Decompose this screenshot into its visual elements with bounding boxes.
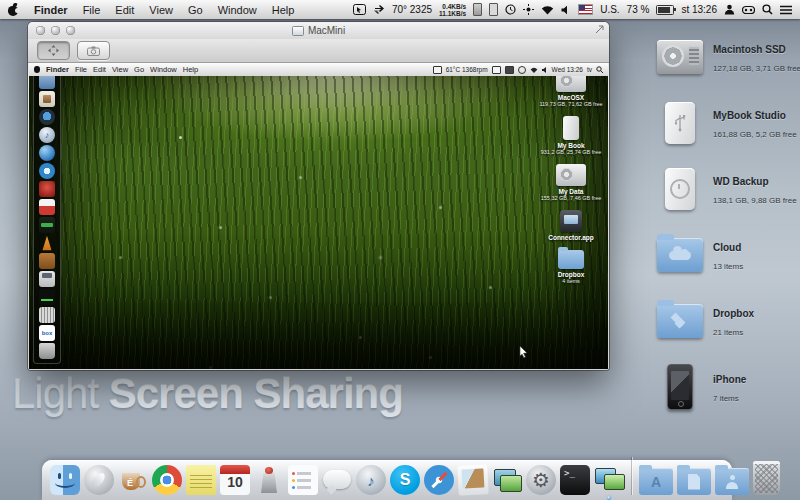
menu-go[interactable]: Go (188, 4, 203, 16)
screenshot-button[interactable] (77, 41, 110, 60)
backup-drum-icon[interactable] (742, 5, 755, 15)
dock-messages-icon[interactable] (322, 465, 352, 495)
device-battery-icon-2[interactable] (489, 3, 498, 16)
remote-clock-icon[interactable] (518, 66, 526, 74)
remote-desktop-view[interactable]: Finder File Edit View Go Window Help 61°… (29, 63, 608, 369)
remote-menu-edit[interactable]: Edit (93, 65, 106, 74)
dock-reminders-icon[interactable] (288, 465, 318, 495)
temp-fan-status[interactable]: 70° 2325 (392, 4, 432, 15)
dock-safari-icon[interactable] (424, 465, 454, 495)
remote-icon-my-book[interactable]: My Book 931,2 GB, 25,74 GB free (541, 116, 602, 155)
remote-dock-phone-icon[interactable] (39, 199, 55, 215)
remote-menu-window[interactable]: Window (150, 65, 177, 74)
menu-help[interactable]: Help (272, 4, 295, 16)
desktop-icon-cloud[interactable]: Cloud 13 items (650, 222, 798, 288)
dock-itunes-icon[interactable]: ♪ (356, 465, 386, 495)
minimize-button[interactable] (51, 26, 60, 35)
dock-chrome-icon[interactable] (152, 465, 182, 495)
dock-applications-folder-icon[interactable]: A (639, 468, 673, 495)
spotlight-icon[interactable] (762, 4, 773, 15)
teleport-icon[interactable] (523, 4, 534, 15)
dock-documents-folder-icon[interactable] (677, 468, 711, 495)
remote-apple-menu-icon[interactable] (34, 66, 40, 73)
remote-dock-activity-monitor-icon[interactable] (39, 289, 55, 305)
remote-dock-vlc-icon[interactable] (39, 235, 55, 251)
dock-terminal-icon[interactable]: >_ (560, 465, 590, 495)
remote-icon-connector-app[interactable]: Connector.app (548, 210, 594, 241)
menu-view[interactable]: View (149, 4, 173, 16)
zoom-button[interactable] (66, 26, 75, 35)
menu-file[interactable]: File (83, 4, 101, 16)
window-titlebar[interactable]: MacMini (28, 22, 609, 39)
desktop-icon-mybook-studio[interactable]: MyBook Studio 161,88 GB, 5,2 GB free (650, 90, 798, 156)
screen-sharing-indicator-icon[interactable] (353, 4, 366, 15)
menu-clock[interactable]: st 13:26 (681, 4, 717, 15)
remote-icon-dropbox[interactable]: Dropbox 4 items (558, 250, 585, 284)
device-battery-icon[interactable] (473, 3, 482, 16)
remote-dock-preview-icon[interactable] (39, 91, 55, 107)
remote-display-icon[interactable] (433, 66, 442, 74)
remote-dock-trash-icon[interactable] (39, 343, 55, 359)
battery-icon[interactable] (656, 5, 674, 15)
desktop-icon-macintosh-ssd[interactable]: Macintosh SSD 127,18 GB, 3,71 GB free (650, 24, 798, 90)
remote-menu-go[interactable]: Go (134, 65, 144, 74)
remote-spotlight-icon[interactable] (596, 66, 603, 73)
menu-edit[interactable]: Edit (115, 4, 134, 16)
dock-users-folder-icon[interactable] (715, 468, 749, 495)
battery-percent[interactable]: 73 % (627, 4, 650, 15)
menu-window[interactable]: Window (218, 4, 257, 16)
time-machine-icon[interactable] (505, 4, 516, 15)
remote-dock-itunes-icon[interactable] (39, 127, 55, 143)
menu-finder[interactable]: Finder (34, 4, 68, 16)
fullscreen-button[interactable] (37, 41, 70, 60)
dock-system-preferences-icon[interactable]: ⚙ (526, 465, 556, 495)
remote-menu-left: Finder File Edit View Go Window Help (34, 65, 198, 74)
remote-monitor-icon[interactable] (492, 66, 501, 74)
dock-coffee-app-icon[interactable]: É (118, 465, 148, 495)
resize-icon[interactable] (595, 25, 604, 34)
desktop-icon-iphone[interactable]: iPhone 7 items (650, 354, 798, 420)
dock-skype-icon[interactable]: S (390, 465, 420, 495)
dock-preview-icon[interactable] (457, 464, 489, 496)
desktop-icon-wd-backup[interactable]: WD Backup 138,1 GB, 9,88 GB free (650, 156, 798, 222)
remote-dock-quicktime-icon[interactable] (39, 109, 55, 125)
remote-menu-finder[interactable]: Finder (46, 65, 69, 74)
remote-temp-fan-status[interactable]: 61°C 1368rpm (446, 66, 488, 73)
remote-dock-utility-icon[interactable] (39, 253, 55, 269)
close-button[interactable] (36, 26, 45, 35)
remote-dock-green-app-icon[interactable] (39, 217, 55, 233)
remote-dock-safari-icon[interactable] (39, 163, 55, 179)
remote-icon-my-data[interactable]: My Data 155,32 GB, 7,46 GB free (541, 164, 602, 201)
wifi-icon[interactable] (541, 5, 554, 15)
remote-menu-view[interactable]: View (112, 65, 128, 74)
notification-center-icon[interactable] (780, 5, 792, 15)
remote-menu-help[interactable]: Help (183, 65, 198, 74)
remote-tv-status[interactable]: tv (587, 66, 592, 73)
remote-dock-ipod-icon[interactable] (39, 271, 55, 287)
network-speed-status[interactable]: 0.4KB/s 11.1KB/s (439, 3, 466, 17)
dock-finder-icon[interactable] (50, 465, 80, 495)
dock-screens-app-icon[interactable] (492, 465, 522, 495)
user-icon[interactable] (724, 4, 735, 15)
dock-grinder-app-icon[interactable] (254, 465, 284, 495)
remote-dock-front-row-icon[interactable] (39, 181, 55, 197)
dock-calendar-icon[interactable]: 10 (220, 465, 250, 495)
input-source-flag-icon[interactable] (578, 4, 593, 15)
desktop-icon-dropbox[interactable]: Dropbox 21 items (650, 288, 798, 354)
dock-stickies-icon[interactable] (186, 465, 216, 495)
remote-clock[interactable]: Wed 13:26 (552, 66, 583, 73)
remote-dock-keyboard-icon[interactable] (39, 307, 55, 323)
remote-dock-browser-icon[interactable] (39, 145, 55, 161)
remote-menu-file[interactable]: File (75, 65, 87, 74)
dock-trash-icon[interactable] (753, 461, 780, 495)
dock-launchpad-icon[interactable] (84, 465, 114, 495)
remote-volume-icon[interactable] (542, 67, 548, 73)
remote-dock-box-icon[interactable]: box (39, 325, 55, 341)
input-source-label[interactable]: U.S. (600, 4, 619, 15)
dock-screen-sharing-icon[interactable] (594, 465, 624, 495)
volume-icon[interactable] (561, 5, 571, 15)
sync-arrows-icon[interactable] (373, 4, 385, 15)
remote-monitor-icon-2[interactable] (505, 66, 514, 74)
remote-wifi-icon[interactable] (530, 67, 538, 73)
apple-menu-icon[interactable] (8, 3, 19, 16)
